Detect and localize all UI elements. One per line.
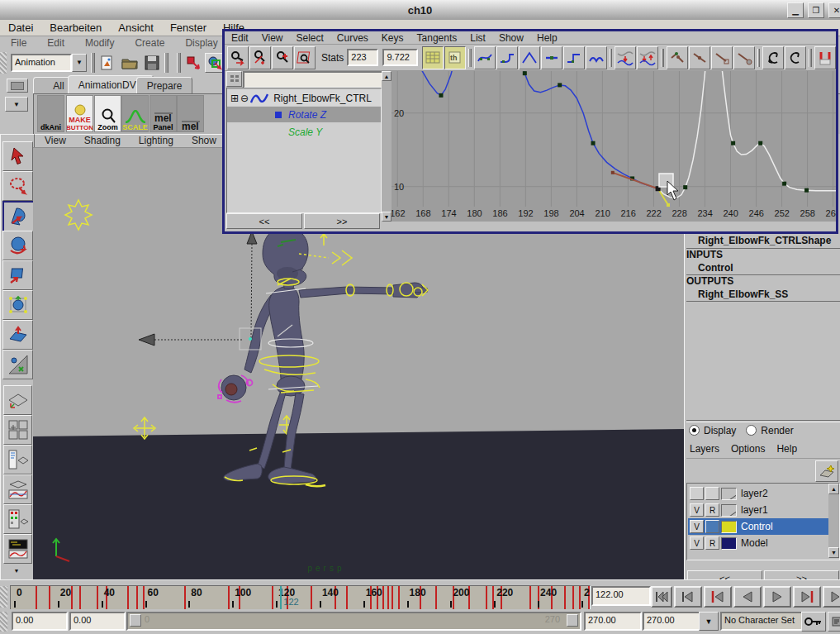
wm-menu-item-datei[interactable]: Datei (0, 21, 41, 34)
minimize-icon[interactable]: ▁ (787, 2, 804, 18)
anim-end-field[interactable]: 270.00 (584, 612, 642, 631)
add-keys-icon[interactable] (272, 46, 293, 69)
menu-set-selector[interactable]: Animation (11, 54, 72, 72)
step-back-frame-icon[interactable] (704, 586, 732, 608)
shelf-item-mel[interactable]: mel (177, 95, 204, 132)
shelf-item-zoom[interactable]: Zoom (94, 95, 121, 132)
lattice-deform-keys-icon[interactable] (294, 46, 316, 69)
graph-vertical-scrollbar[interactable]: ▲ ▼ (382, 71, 392, 222)
range-preset-dropdown-icon[interactable]: ▼ (699, 612, 719, 631)
wm-menu-item-bearbeiten[interactable]: Bearbeiten (41, 21, 110, 34)
menu-item-file[interactable]: File (7, 37, 36, 49)
shelf-item-dkAni[interactable]: dkAni (37, 95, 64, 132)
wm-menu-item-ansicht[interactable]: Ansicht (110, 21, 162, 34)
channel-box-item[interactable]: Control (686, 262, 840, 274)
layer-row-Control[interactable]: VControl (688, 518, 828, 535)
viewport-menu-item-view[interactable]: View (45, 135, 66, 146)
flat-tangents-icon[interactable] (541, 46, 562, 69)
outliner-pager-prev-button[interactable]: << (226, 213, 302, 229)
outliner-channel-rotate-z[interactable]: Rotate Z (227, 107, 381, 122)
layer-visible-toggle[interactable]: V (690, 503, 704, 517)
shelf-item-mel-panel[interactable]: melPanel (149, 95, 177, 132)
menu-item-edit[interactable]: Edit (43, 37, 74, 49)
range-slider-drag-handle[interactable] (0, 612, 7, 632)
pre-infinity-cycle-icon[interactable] (762, 46, 784, 69)
channel-box-shape-node[interactable]: Right_ElbowFk_CTRLShape (686, 235, 840, 247)
hypergraph-persp-layout[interactable] (3, 504, 32, 534)
step-tangents-icon[interactable] (563, 46, 585, 69)
ge-menu-item-help[interactable]: Help (537, 32, 558, 44)
shelf-dropdown-icon[interactable]: ▼ (5, 97, 28, 112)
range-slider[interactable]: 0 270 (126, 612, 581, 631)
outliner-persp-layout[interactable] (3, 445, 32, 474)
range-start-handle[interactable] (130, 614, 141, 627)
menu-item-modify[interactable]: Modify (81, 37, 124, 49)
time-snap-icon[interactable] (422, 46, 444, 69)
menu-item-create[interactable]: Create (131, 37, 174, 49)
menu-item-display[interactable]: Display (181, 37, 227, 49)
last-tool[interactable] (2, 350, 33, 379)
select-hierarchy-icon[interactable] (185, 55, 202, 71)
new-scene-icon[interactable] (99, 55, 116, 71)
layer-visible-toggle[interactable]: V (690, 536, 704, 550)
layer-menu-item-help[interactable]: Help (776, 443, 797, 455)
buffer-snapshot-icon[interactable] (615, 46, 636, 69)
layer-row-layer1[interactable]: VRlayer1 (688, 502, 828, 518)
auto-keyframe-icon[interactable] (801, 612, 826, 632)
expand-icon[interactable]: ⊞ (230, 93, 239, 104)
plateau-tangents-icon[interactable] (586, 46, 607, 69)
shelf-menu-icon[interactable] (7, 79, 28, 93)
rotate-tool[interactable] (2, 231, 33, 260)
layer-render-toggle[interactable]: R (705, 536, 719, 550)
time-slider[interactable]: 020406080100120140160180200220240260122 (10, 585, 591, 610)
single-pane-layout[interactable] (3, 385, 32, 415)
toolbar-drag-handle[interactable] (0, 52, 7, 74)
layer-color-swatch[interactable] (721, 537, 737, 550)
move-tool[interactable] (2, 201, 35, 232)
anim-start-field[interactable]: 0.00 (69, 612, 126, 631)
stats-value-field[interactable]: 9.722 (382, 49, 417, 66)
viewport-menu-item-shading[interactable]: Shading (84, 135, 121, 146)
menu-set-dropdown-icon[interactable]: ▼ (72, 54, 87, 72)
open-scene-icon[interactable] (121, 55, 139, 71)
step-forward-frame-icon[interactable] (793, 586, 821, 608)
go-to-start-icon[interactable] (651, 586, 672, 608)
range-end-handle[interactable] (567, 614, 578, 627)
outliner-filter-input[interactable] (243, 71, 383, 88)
shelf-item-scale[interactable]: SCALE (121, 95, 149, 132)
new-layer-icon[interactable] (815, 460, 838, 482)
layer-row-Model[interactable]: VRModel (688, 535, 828, 551)
value-snap-icon[interactable]: th (444, 46, 466, 69)
ge-menu-item-keys[interactable]: Keys (382, 32, 404, 44)
persp-blend-layout[interactable] (3, 534, 32, 564)
collapse-icon[interactable]: ⊖ (240, 93, 249, 104)
layer-render-toggle[interactable] (705, 520, 719, 533)
layer-menu-item-options[interactable]: Options (731, 443, 765, 455)
character-set-field[interactable]: No Character Set (720, 612, 803, 631)
playback-start-field[interactable]: 0.00 (12, 612, 68, 631)
outliner-filter-icon[interactable] (226, 71, 242, 87)
layer-color-swatch[interactable] (721, 521, 737, 533)
layer-menu-item-layers[interactable]: Layers (690, 443, 719, 455)
ge-menu-item-edit[interactable]: Edit (231, 32, 249, 44)
post-infinity-cycle-icon[interactable] (785, 46, 806, 69)
current-frame-indicator[interactable] (280, 586, 282, 609)
ge-menu-item-list[interactable]: List (470, 32, 486, 44)
show-manipulator-tool[interactable] (2, 290, 33, 320)
wm-menu-item-fenster[interactable]: Fenster (162, 21, 215, 34)
ge-menu-item-show[interactable]: Show (499, 32, 524, 44)
play-forward-icon[interactable] (763, 586, 791, 608)
four-pane-layout[interactable] (3, 415, 32, 445)
insert-keys-icon[interactable] (249, 46, 271, 69)
graph-plot-area[interactable]: 1621681741801861921982042102162222282342… (392, 71, 836, 222)
shelf-item-make-button[interactable]: MAKEBUTTON (66, 95, 93, 132)
close-icon[interactable]: ✕ (828, 2, 840, 18)
unify-tangents-icon[interactable] (689, 46, 710, 69)
play-backward-icon[interactable] (733, 586, 762, 608)
linear-tangents-icon[interactable] (519, 46, 540, 69)
layer-row-layer2[interactable]: layer2 (688, 485, 828, 502)
layer-scrollbar[interactable]: ▲ ▼ (828, 484, 839, 558)
channel-box-item[interactable]: Right_ElbowFk_SS (686, 288, 840, 301)
free-tangent-weight-icon[interactable] (711, 46, 733, 69)
graph-editor-window[interactable]: EditViewSelectCurvesKeysTangentsListShow… (222, 29, 838, 234)
